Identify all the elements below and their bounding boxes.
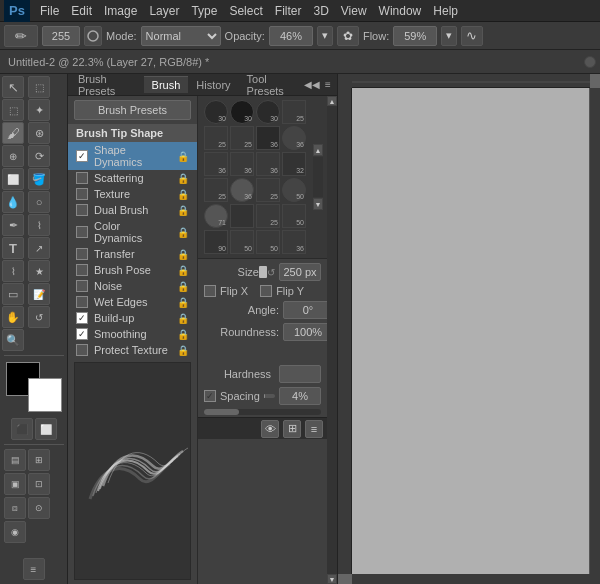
tip-scroll-up[interactable]: ▲ — [313, 144, 323, 156]
tab-brush[interactable]: Brush — [144, 76, 189, 93]
panel-grid-btn[interactable]: ⊞ — [283, 420, 301, 438]
panel-eye-btn[interactable]: 👁 — [261, 420, 279, 438]
tab-history[interactable]: History — [188, 76, 238, 93]
layers-btn[interactable]: ≡ — [23, 558, 45, 580]
roundness-input[interactable] — [283, 323, 327, 341]
flip-y-item[interactable]: Flip Y — [260, 285, 304, 297]
tab-brush-presets[interactable]: Brush Presets — [70, 70, 144, 99]
settings-scrollbar[interactable] — [204, 409, 321, 415]
brush-tip-5[interactable]: 25 — [230, 126, 254, 150]
flip-y-checkbox[interactable] — [260, 285, 272, 297]
brush-tip-7[interactable]: 36 — [282, 126, 306, 150]
panel-collapse-icon[interactable]: ◀◀ — [305, 78, 319, 92]
canvas-scrollbar-v[interactable] — [590, 88, 600, 574]
brush-tip-6[interactable]: 36 — [256, 126, 280, 150]
protect-texture-checkbox[interactable] — [76, 344, 88, 356]
brush-size-input[interactable] — [42, 26, 80, 46]
lasso-tool[interactable]: ⬚ — [2, 99, 24, 121]
size-reset-btn[interactable]: ↺ — [267, 267, 275, 278]
notes-tool[interactable]: 📝 — [28, 283, 50, 305]
tool-extra-4[interactable]: ⊡ — [28, 473, 50, 495]
canvas-scrollbar-h[interactable] — [352, 574, 590, 584]
brush-tip-14[interactable]: 25 — [256, 178, 280, 202]
airbrush-btn[interactable]: ✿ — [337, 26, 359, 46]
brush-tip-0[interactable]: 30 — [204, 100, 228, 124]
menu-3d[interactable]: 3D — [307, 2, 334, 20]
rotate-view-tool[interactable]: ↺ — [28, 306, 50, 328]
magic-wand-tool[interactable]: ✦ — [28, 99, 50, 121]
transfer-checkbox[interactable] — [76, 248, 88, 260]
brush-tip-20[interactable]: 90 — [204, 230, 228, 254]
brush-item-dual-brush[interactable]: Dual Brush 🔒 — [68, 202, 197, 218]
shape-tool[interactable]: ▭ — [2, 283, 24, 305]
smoothing-checkbox[interactable]: ✓ — [76, 328, 88, 340]
brush-tip-11[interactable]: 32 — [282, 152, 306, 176]
brush-item-buildup[interactable]: ✓ Build-up 🔒 — [68, 310, 197, 326]
right-scroll-up[interactable]: ▲ — [327, 96, 337, 106]
tool-extra-6[interactable]: ⊙ — [28, 497, 50, 519]
texture-checkbox[interactable] — [76, 188, 88, 200]
menu-edit[interactable]: Edit — [65, 2, 98, 20]
tool-extra-7[interactable]: ◉ — [4, 521, 26, 543]
spacing-slider[interactable] — [264, 394, 275, 398]
brush-tip-22[interactable]: 50 — [256, 230, 280, 254]
eraser-tool[interactable]: ⬜ — [2, 168, 24, 190]
brush-tip-18[interactable]: 25 — [256, 204, 280, 228]
flow-input[interactable] — [393, 26, 437, 46]
canvas-document[interactable] — [352, 88, 590, 574]
brush-tip-2[interactable]: 30 — [256, 100, 280, 124]
brush-item-scattering[interactable]: Scattering 🔒 — [68, 170, 197, 186]
brush-tip-3[interactable]: 25 — [282, 100, 306, 124]
brush-tip-16[interactable]: 71 — [204, 204, 228, 228]
brush-tip-23[interactable]: 36 — [282, 230, 306, 254]
brush-tip-12[interactable]: 25 — [204, 178, 228, 202]
dodge-tool[interactable]: ○ — [28, 191, 50, 213]
brush-item-wet-edges[interactable]: Wet Edges 🔒 — [68, 294, 197, 310]
zoom-tool[interactable]: 🔍 — [2, 329, 24, 351]
brush-pose-checkbox[interactable] — [76, 264, 88, 276]
history-brush-tool[interactable]: ⟳ — [28, 145, 50, 167]
canvas-area[interactable] — [338, 74, 600, 584]
noise-checkbox[interactable] — [76, 280, 88, 292]
custom-shape-tool[interactable]: ★ — [28, 260, 50, 282]
mode-select[interactable]: Normal — [141, 26, 221, 46]
canvas-content[interactable] — [352, 88, 590, 574]
brush-tip-9[interactable]: 36 — [230, 152, 254, 176]
panel-menu-btn[interactable]: ≡ — [305, 420, 323, 438]
brush-tip-1[interactable]: 30 — [230, 100, 254, 124]
tool-extra-3[interactable]: ▣ — [4, 473, 26, 495]
tab-tool-presets[interactable]: Tool Presets — [239, 70, 305, 99]
brush-item-brush-pose[interactable]: Brush Pose 🔒 — [68, 262, 197, 278]
clone-tool[interactable]: ⊕ — [2, 145, 24, 167]
brush-item-texture[interactable]: Texture 🔒 — [68, 186, 197, 202]
brush-item-color-dynamics[interactable]: Color Dynamics 🔒 — [68, 218, 197, 246]
path-tool[interactable]: ⌇ — [2, 260, 24, 282]
wet-edges-checkbox[interactable] — [76, 296, 88, 308]
buildup-checkbox[interactable]: ✓ — [76, 312, 88, 324]
brush-presets-button[interactable]: Brush Presets — [74, 100, 191, 120]
scattering-checkbox[interactable] — [76, 172, 88, 184]
panel-menu-icon[interactable]: ≡ — [321, 78, 335, 92]
brush-item-noise[interactable]: Noise 🔒 — [68, 278, 197, 294]
brush-tip-15[interactable]: 50 — [282, 178, 306, 202]
move-tool[interactable]: ↖ — [2, 76, 24, 98]
tool-extra-2[interactable]: ⊞ — [28, 449, 50, 471]
flip-x-checkbox[interactable] — [204, 285, 216, 297]
hardness-value[interactable] — [279, 365, 321, 383]
color-dynamics-checkbox[interactable] — [76, 226, 88, 238]
brush-tool-icon[interactable]: ✏ — [4, 25, 38, 47]
flow-more-btn[interactable]: ▾ — [441, 26, 457, 46]
brush-picker-btn[interactable] — [84, 26, 102, 46]
hand-tool[interactable]: ✋ — [2, 306, 24, 328]
menu-layer[interactable]: Layer — [143, 2, 185, 20]
fill-tool[interactable]: 🪣 — [28, 168, 50, 190]
text-tool[interactable]: T — [2, 237, 24, 259]
blur-tool[interactable]: 💧 — [2, 191, 24, 213]
spacing-checkbox[interactable]: ✓ — [204, 390, 216, 402]
select-tool[interactable]: ⬚ — [28, 76, 50, 98]
menu-type[interactable]: Type — [185, 2, 223, 20]
right-scroll-down[interactable]: ▼ — [327, 574, 337, 584]
brush-item-shape-dynamics[interactable]: ✓ Shape Dynamics 🔒 — [68, 142, 197, 170]
path-select-tool[interactable]: ↗ — [28, 237, 50, 259]
menu-image[interactable]: Image — [98, 2, 143, 20]
